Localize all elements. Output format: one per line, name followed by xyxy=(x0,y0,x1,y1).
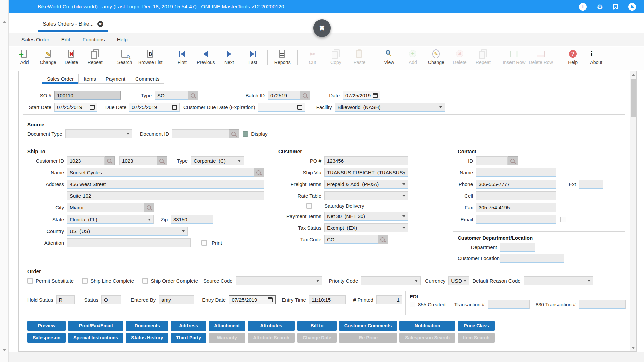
transaction-number-field[interactable] xyxy=(488,300,530,309)
print-checkbox[interactable] xyxy=(201,240,207,246)
document-id-field[interactable] xyxy=(172,129,229,138)
status-field[interactable]: O xyxy=(101,295,121,304)
priority-code-select[interactable] xyxy=(361,276,421,285)
notification-button[interactable]: Notification xyxy=(399,321,455,331)
type-lookup-icon[interactable] xyxy=(188,91,198,100)
customer-id-lookup-icon[interactable] xyxy=(105,156,115,165)
toolbar-row-change-button[interactable]: ✎ Change xyxy=(424,49,448,65)
toolbar-next-button[interactable]: Next xyxy=(217,49,241,65)
entry-date-field[interactable]: 07/25/2019 xyxy=(229,295,276,304)
so-number-field[interactable]: 100110 xyxy=(54,91,121,100)
ship-to-id-lookup-icon[interactable] xyxy=(157,156,167,165)
toolbar-overflow-menu[interactable] xyxy=(630,49,637,54)
toolbar-browse-list-button[interactable]: B Browse List xyxy=(137,49,164,65)
menu-help[interactable]: Help xyxy=(117,37,128,43)
third-party-button[interactable]: Third Party xyxy=(171,333,206,343)
permit-substitute-checkbox[interactable] xyxy=(27,278,33,284)
bill-to-button[interactable]: Bill to xyxy=(297,321,337,331)
bookmark-icon[interactable] xyxy=(613,4,618,10)
salesperson-button[interactable]: Salesperson xyxy=(27,333,66,343)
ship-to-name-field[interactable]: Sunset Cycles xyxy=(67,168,254,177)
attention-field[interactable] xyxy=(67,238,191,247)
toolbar-repeat-button[interactable]: Repeat xyxy=(83,49,107,65)
cell-field[interactable] xyxy=(476,191,556,200)
state-select[interactable]: Florida (FL) xyxy=(67,215,154,224)
info-icon[interactable]: i xyxy=(579,3,587,11)
scroll-up-arrow-icon[interactable] xyxy=(2,21,6,23)
status-history-button[interactable]: Status History xyxy=(126,333,168,343)
toolbar-delete-button[interactable]: ✖ Delete xyxy=(60,49,83,65)
scrollbar-down-arrow-icon[interactable] xyxy=(632,347,635,349)
titlebar-close-icon[interactable]: ✖ xyxy=(628,3,636,11)
calendar-icon[interactable] xyxy=(90,105,95,110)
payment-terms-select[interactable]: Net 30 (NET 30) xyxy=(324,212,408,221)
customer-id-field[interactable]: 1023 xyxy=(67,156,105,165)
address-line-1-field[interactable]: 456 West Street xyxy=(67,180,264,189)
ship-to-id-field[interactable]: 1023 xyxy=(119,156,157,165)
printed-count-field[interactable]: 1 xyxy=(376,295,402,304)
ext-field[interactable] xyxy=(579,180,603,189)
ship-line-complete-checkbox[interactable] xyxy=(82,278,88,284)
contact-id-field[interactable] xyxy=(476,156,508,165)
toolbar-view-button[interactable]: View xyxy=(377,49,401,65)
special-instructions-button[interactable]: Special Instructions xyxy=(68,333,123,343)
address-line-2-field[interactable]: Suite 102 xyxy=(67,191,264,200)
due-date-field[interactable]: 07/25/2019 xyxy=(129,103,180,112)
menu-functions[interactable]: Functions xyxy=(82,37,105,43)
facility-select[interactable]: BikeWorld (NASH) xyxy=(335,103,445,112)
contact-id-lookup-icon[interactable] xyxy=(508,156,518,165)
documents-button[interactable]: Documents xyxy=(126,321,168,331)
source-code-select[interactable] xyxy=(236,276,322,285)
entry-time-field[interactable]: 11:10:15 xyxy=(309,295,346,304)
scroll-down-arrow-icon[interactable] xyxy=(2,349,6,351)
tax-code-field[interactable]: CO xyxy=(324,235,378,244)
email-field[interactable] xyxy=(476,215,556,224)
default-reason-code-select[interactable] xyxy=(524,276,593,285)
phone-field[interactable]: 306-555-7777 xyxy=(476,180,556,189)
price-class-button[interactable]: Price Class xyxy=(458,321,495,331)
currency-select[interactable]: USD xyxy=(448,276,469,285)
freight-terms-select[interactable]: Prepaid & Add (PP&A) xyxy=(324,180,408,189)
toolbar-reports-button[interactable]: Reports xyxy=(271,49,294,65)
toolbar-last-button[interactable]: Last xyxy=(241,49,264,65)
batch-id-field[interactable]: 072519 xyxy=(268,91,300,100)
calendar-icon[interactable] xyxy=(297,105,302,110)
form-vertical-scrollbar[interactable] xyxy=(630,71,636,351)
ship-order-complete-checkbox[interactable] xyxy=(142,278,148,284)
city-field[interactable]: Miami xyxy=(67,203,144,212)
department-field[interactable] xyxy=(500,243,535,252)
city-lookup-icon[interactable] xyxy=(144,203,154,212)
preview-button[interactable]: Preview xyxy=(27,321,66,331)
overlay-close-button[interactable]: ✖ xyxy=(313,19,331,37)
menu-edit[interactable]: Edit xyxy=(61,37,70,43)
toolbar-change-button[interactable]: ✎ Change xyxy=(36,49,60,65)
toolbar-search-button[interactable]: Search xyxy=(113,49,137,65)
attachment-button[interactable]: Attachment xyxy=(209,321,245,331)
menu-sales-order[interactable]: Sales Order xyxy=(21,37,49,43)
settings-gear-icon[interactable]: ⚙ xyxy=(597,3,603,10)
window-left-scrollbar[interactable] xyxy=(0,0,9,362)
customer-location-field[interactable] xyxy=(500,254,564,263)
print-fax-email-button[interactable]: Print/Fax/Email xyxy=(68,321,123,331)
country-select[interactable]: US (US) xyxy=(67,227,188,236)
tab-close-icon[interactable]: ✖ xyxy=(97,21,103,27)
rate-table-select[interactable] xyxy=(324,191,408,200)
saturday-delivery-checkbox[interactable] xyxy=(306,203,312,209)
calendar-icon[interactable] xyxy=(373,93,378,98)
document-id-lookup-icon[interactable] xyxy=(229,129,239,138)
entered-by-field[interactable]: amy xyxy=(159,295,194,304)
form-tab-sales-order[interactable]: Sales Order xyxy=(42,74,79,84)
start-date-field[interactable]: 07/25/2019 xyxy=(54,103,97,112)
batch-id-lookup-icon[interactable] xyxy=(300,91,310,100)
fax-field[interactable]: 305-754-4195 xyxy=(476,203,556,212)
calendar-icon[interactable] xyxy=(268,297,273,302)
edi-855-created-checkbox[interactable] xyxy=(410,302,415,307)
toolbar-previous-button[interactable]: Previous xyxy=(194,49,217,65)
ship-via-select[interactable]: TRANSUS FREIGHT (TRANSUS) xyxy=(324,168,408,177)
tax-status-select[interactable]: Exempt (EX) xyxy=(324,223,408,232)
ship-to-type-select[interactable]: Corporate (C) xyxy=(191,156,244,165)
display-toggle-button[interactable] xyxy=(243,131,248,137)
scrollbar-thumb[interactable] xyxy=(631,79,636,117)
form-tab-payment[interactable]: Payment xyxy=(101,74,130,84)
customer-comments-button[interactable]: Customer Comments xyxy=(339,321,397,331)
